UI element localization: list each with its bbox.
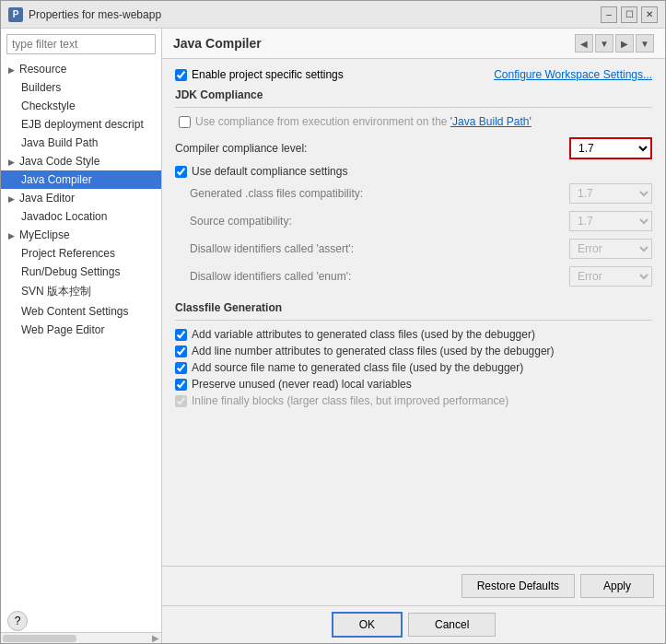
classfile-divider — [175, 320, 652, 321]
nav-arrows: ◀ ▼ ▶ ▼ — [575, 34, 654, 53]
configure-workspace-link[interactable]: Configure Workspace Settings... — [494, 68, 652, 81]
window-title: Properties for mes-webapp — [29, 8, 601, 21]
sidebar-scrollbar: ▶ — [1, 632, 161, 643]
use-default-checkbox[interactable] — [175, 166, 187, 178]
ok-button[interactable]: OK — [332, 612, 403, 638]
source-compat-label: Source compatibility: — [190, 215, 569, 228]
nav-back-button[interactable]: ◀ — [575, 34, 593, 53]
filter-input[interactable] — [6, 34, 156, 54]
tree-arrow-resource: ▶ — [8, 65, 18, 75]
scrollbar-thumb[interactable] — [3, 635, 76, 642]
help-button[interactable]: ? — [7, 611, 28, 631]
window-controls: – ☐ ✕ — [601, 6, 658, 23]
sidebar-item-web-page-editor[interactable]: Web Page Editor — [1, 321, 161, 339]
jdk-section-header: JDK Compliance — [175, 88, 652, 101]
main-content: ▶ResourceBuildersCheckstyleEJB deploymen… — [1, 29, 665, 643]
classfile-option-row-add-line-number: Add line number attributes to generated … — [175, 345, 652, 357]
sidebar-item-javadoc-location[interactable]: Javadoc Location — [1, 207, 161, 226]
footer-bar: OK Cancel — [162, 605, 665, 643]
maximize-button[interactable]: ☐ — [621, 6, 637, 23]
classfile-option-row-preserve-unused: Preserve unused (never read) local varia… — [175, 378, 652, 391]
classfile-label-add-source-file: Add source file name to generated class … — [192, 361, 523, 374]
sidebar-item-java-build-path[interactable]: Java Build Path — [1, 134, 161, 152]
enum-row: Disallow identifiers called 'enum': Erro… — [190, 264, 652, 288]
classfile-label-add-line-number: Add line number attributes to generated … — [192, 345, 555, 357]
classfile-checkbox-add-line-number[interactable] — [175, 345, 187, 357]
generated-class-row: Generated .class files compatibility: 1.… — [190, 181, 652, 205]
sidebar-item-run-debug[interactable]: Run/Debug Settings — [1, 263, 161, 281]
jdk-env-checkbox[interactable] — [179, 116, 191, 128]
panel-title: Java Compiler — [173, 36, 575, 51]
classfile-checkbox-inline-finally[interactable] — [175, 395, 187, 407]
sidebar-item-ejb-deployment[interactable]: EJB deployment descript — [1, 115, 161, 134]
sidebar-item-svn[interactable]: SVN 版本控制 — [1, 281, 161, 302]
sidebar-item-java-editor[interactable]: ▶Java Editor — [1, 189, 161, 207]
java-build-path-link[interactable]: 'Java Build Path' — [450, 115, 532, 128]
classfile-option-row-add-source-file: Add source file name to generated class … — [175, 361, 652, 374]
compiler-compliance-label: Compiler compliance level: — [175, 142, 569, 155]
enable-project-label: Enable project specific settings — [192, 68, 344, 81]
use-default-label: Use default compliance settings — [192, 165, 347, 178]
enum-label: Disallow identifiers called 'enum': — [190, 270, 569, 283]
tree-arrow-myeclipse: ▶ — [8, 231, 18, 240]
source-compat-select[interactable]: 1.7 — [569, 211, 652, 231]
classfile-section-header: Classfile Generation — [175, 301, 652, 314]
tree-arrow-java-editor: ▶ — [8, 194, 18, 204]
scroll-arrow-right[interactable]: ▶ — [152, 633, 159, 643]
panel-header: Java Compiler ◀ ▼ ▶ ▼ — [162, 29, 665, 59]
nav-forward-dropdown-button[interactable]: ▼ — [636, 34, 654, 53]
close-button[interactable]: ✕ — [641, 6, 658, 23]
classfile-label-preserve-unused: Preserve unused (never read) local varia… — [192, 378, 412, 391]
sidebar-item-myeclipse[interactable]: ▶MyEclipse — [1, 226, 161, 244]
sidebar-item-web-content[interactable]: Web Content Settings — [1, 302, 161, 321]
assert-row: Disallow identifiers called 'assert': Er… — [190, 237, 652, 261]
source-compat-row: Source compatibility: 1.7 — [190, 209, 652, 233]
sidebar: ▶ResourceBuildersCheckstyleEJB deploymen… — [1, 29, 162, 643]
sidebar-item-builders[interactable]: Builders — [1, 78, 161, 97]
compiler-compliance-row: Compiler compliance level: 1.7 1.6 1.5 1… — [175, 135, 652, 161]
assert-label: Disallow identifiers called 'assert': — [190, 242, 569, 255]
classfile-label-add-variable: Add variable attributes to generated cla… — [192, 328, 535, 341]
sidebar-item-java-compiler[interactable]: Java Compiler — [1, 170, 161, 189]
bottom-bar: Restore Defaults Apply — [162, 566, 665, 605]
jdk-divider — [175, 107, 652, 108]
main-window: P Properties for mes-webapp – ☐ ✕ ▶Resou… — [0, 0, 666, 644]
sidebar-tree: ▶ResourceBuildersCheckstyleEJB deploymen… — [1, 60, 161, 632]
enum-select[interactable]: Error — [569, 266, 652, 287]
sidebar-item-resource[interactable]: ▶Resource — [1, 60, 161, 78]
classfile-option-row-add-variable: Add variable attributes to generated cla… — [175, 328, 652, 341]
right-panel: Java Compiler ◀ ▼ ▶ ▼ Enable project spe… — [162, 29, 665, 643]
sidebar-item-project-references[interactable]: Project References — [1, 244, 161, 263]
classfile-checkbox-preserve-unused[interactable] — [175, 379, 187, 391]
nav-forward-button[interactable]: ▶ — [615, 34, 634, 53]
enable-project-checkbox[interactable] — [175, 69, 187, 81]
compiler-compliance-select[interactable]: 1.7 1.6 1.5 1.4 — [569, 137, 652, 159]
enable-checkbox-row: Enable project specific settings — [175, 68, 344, 81]
jdk-env-row: Use compliance from execution environmen… — [179, 115, 652, 128]
sidebar-item-java-code-style[interactable]: ▶Java Code Style — [1, 152, 161, 170]
window-icon: P — [8, 7, 23, 22]
use-default-row: Use default compliance settings — [175, 165, 652, 178]
jdk-env-label: Use compliance from execution environmen… — [195, 115, 532, 128]
minimize-button[interactable]: – — [601, 6, 617, 23]
classfile-label-inline-finally: Inline finally blocks (larger class file… — [192, 394, 508, 407]
panel-content: Enable project specific settings Configu… — [162, 59, 665, 566]
classfile-options: Add variable attributes to generated cla… — [175, 328, 652, 407]
classfile-checkbox-add-variable[interactable] — [175, 329, 187, 341]
restore-defaults-button[interactable]: Restore Defaults — [462, 574, 575, 598]
sidebar-item-checkstyle[interactable]: Checkstyle — [1, 97, 161, 115]
classfile-checkbox-add-source-file[interactable] — [175, 362, 187, 374]
title-bar: P Properties for mes-webapp – ☐ ✕ — [1, 1, 665, 29]
tree-arrow-java-code-style: ▶ — [8, 158, 18, 167]
cancel-button[interactable]: Cancel — [408, 613, 496, 637]
generated-class-label: Generated .class files compatibility: — [190, 187, 569, 200]
enable-settings-row: Enable project specific settings Configu… — [175, 68, 652, 81]
assert-select[interactable]: Error — [569, 239, 652, 259]
generated-class-select[interactable]: 1.7 — [569, 183, 652, 204]
classfile-option-row-inline-finally: Inline finally blocks (larger class file… — [175, 394, 652, 407]
nav-dropdown-button[interactable]: ▼ — [595, 34, 613, 53]
apply-button[interactable]: Apply — [580, 574, 654, 598]
